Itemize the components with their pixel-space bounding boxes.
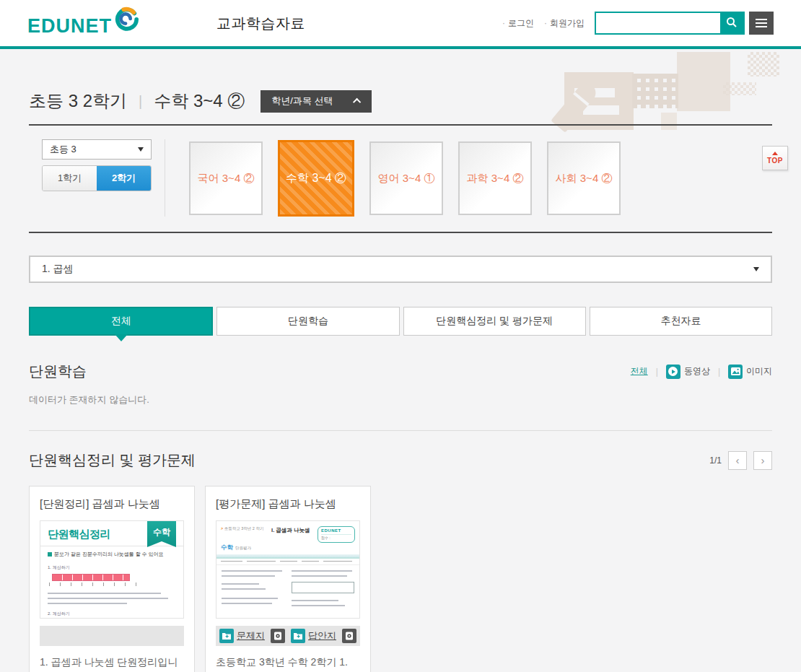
resource-card-summary: [단원정리] 곱셈과 나눗셈 단원핵심정리 수학 분모가 같은 진분수끼리의 나… <box>29 486 195 672</box>
filter-image-link[interactable]: 이미지 <box>728 365 772 379</box>
thumb-subject-row: 수학 단원평가 <box>216 543 359 552</box>
filter-separator: | <box>656 367 658 377</box>
preview-icon[interactable] <box>271 629 285 643</box>
resource-card-list: [단원정리] 곱셈과 나눗셈 단원핵심정리 수학 분모가 같은 진분수끼리의 나… <box>29 486 772 672</box>
page-title: 교과학습자료 <box>216 14 305 33</box>
edunet-swirl-icon <box>114 6 139 34</box>
unit-dropdown-value: 1. 곱셈 <box>42 263 74 276</box>
next-page-button[interactable]: › <box>753 451 772 470</box>
page-indicator: 1/1 <box>709 455 722 466</box>
page: EDUNET 교과학습자료 · 로그인 · 회원가입 <box>0 0 801 672</box>
site-header: EDUNET 교과학습자료 · 로그인 · 회원가입 <box>0 0 801 49</box>
worksheet-label: 문제지 <box>237 629 265 642</box>
bullet-square-icon <box>48 552 52 557</box>
semester-toggle: 1학기 2학기 <box>42 165 152 191</box>
resource-card-assessment: [평가문제] 곱셈과 나눗셈 > 초등학교 3학년 2 학기 I. 곱셈과 나눗… <box>205 486 371 672</box>
vertical-divider <box>165 139 165 217</box>
main-content: 초등 3 2학기 | 수학 3~4 ② 학년/과목 선택 초등 3 1학기 2학… <box>0 49 801 672</box>
thumb-exam-title: I. 곱셈과 나눗셈 <box>271 527 310 534</box>
subject-card-english[interactable]: 영어 3~4 ① <box>369 141 443 215</box>
search-button[interactable] <box>720 13 743 33</box>
folder-add-icon <box>291 629 305 643</box>
caret-down-icon <box>753 267 759 271</box>
folder-add-icon <box>219 629 234 643</box>
thumb-question-columns <box>216 565 359 606</box>
worksheet-link[interactable]: 문제지 <box>219 629 265 643</box>
thumb-goal-line: 분모가 같은 진분수끼리의 나눗셈을 할 수 있어요 <box>48 551 176 558</box>
edunet-logo-text: EDUNET <box>27 14 112 38</box>
bullet: · <box>544 18 547 28</box>
subject-card-list: 국어 3~4 ② 수학 3~4 ② 영어 3~4 ① 과학 3~4 ② 사회 3… <box>189 139 621 217</box>
thumb-edunet-logo: EDUNET <box>321 528 351 533</box>
tab-unit-learning[interactable]: 단원학습 <box>216 307 399 336</box>
tab-all[interactable]: 전체 <box>29 307 213 336</box>
active-tab-pointer <box>115 334 128 341</box>
prev-page-button[interactable]: ‹ <box>728 451 747 470</box>
assessment-title: 단원핵심정리 및 평가문제 <box>29 450 196 470</box>
divider-line <box>29 430 772 431</box>
hamburger-menu-button[interactable] <box>749 12 774 35</box>
subject-card-korean[interactable]: 국어 3~4 ② <box>189 141 263 215</box>
divider-line <box>29 232 772 233</box>
hamburger-icon <box>756 19 767 20</box>
answer-sheet-link[interactable]: 답안지 <box>291 629 336 643</box>
thumb-item: 2. 계산하기 <box>48 611 176 617</box>
grade-dropdown[interactable]: 초등 3 <box>42 139 152 160</box>
bullet: · <box>502 18 505 28</box>
grade-dropdown-value: 초등 3 <box>50 143 76 156</box>
tab-unit-learning-label: 단원학습 <box>288 315 328 328</box>
search-icon <box>726 17 737 30</box>
answer-sheet-label: 답안지 <box>308 629 336 642</box>
pagination: 1/1 ‹ › <box>709 451 772 470</box>
preview-icon[interactable] <box>342 629 356 643</box>
grade-subject-select-button[interactable]: 학년/과목 선택 <box>261 90 371 113</box>
card-action-bar: 문제지 <box>216 626 360 646</box>
tab-summary-assessment-label: 단원핵심정리 및 평가문제 <box>436 315 553 328</box>
thumb-score-label: 점수 : <box>321 534 351 540</box>
resource-caption: 초등학교 3학년 수학 2학기 1. 곱셈과 나눗셈에 대한 평가문제지 및 해… <box>216 655 360 672</box>
subject-card-science[interactable]: 과학 3~4 ② <box>458 141 532 215</box>
semester-2-button[interactable]: 2학기 <box>97 166 151 191</box>
search-box <box>595 12 745 35</box>
filter-video-label: 동영상 <box>684 365 710 378</box>
thumb-answer-box <box>292 582 354 593</box>
login-link[interactable]: · 로그인 <box>502 17 534 30</box>
grade-semester-label: 초등 3 2학기 <box>29 90 127 113</box>
edunet-logo[interactable]: EDUNET <box>27 8 139 38</box>
filter-image-label: 이미지 <box>746 365 772 378</box>
thumb-info-line <box>216 559 359 565</box>
thumb-school-line: > 초등학교 3학년 2 학기 <box>221 526 263 531</box>
up-arrow-icon <box>772 152 778 155</box>
tab-summary-assessment[interactable]: 단원핵심정리 및 평가문제 <box>403 307 586 336</box>
resource-title[interactable]: [단원정리] 곱셈과 나눗셈 <box>40 497 184 511</box>
resource-title[interactable]: [평가문제] 곱셈과 나눗셈 <box>216 497 360 511</box>
filter-all-link[interactable]: 전체 <box>631 365 648 378</box>
signup-link[interactable]: · 회원가입 <box>544 17 585 30</box>
breadcrumb: 초등 3 2학기 | 수학 3~4 ② 학년/과목 선택 <box>29 49 772 113</box>
breadcrumb-divider: | <box>139 93 142 110</box>
thumb-text-lines <box>48 593 176 604</box>
resource-thumbnail[interactable]: > 초등학교 3학년 2 학기 I. 곱셈과 나눗셈 EDUNET 점수 : 수… <box>216 520 360 619</box>
image-icon <box>728 365 743 379</box>
subject-label: 수학 3~4 ② <box>154 90 245 113</box>
filter-video-link[interactable]: 동영상 <box>666 365 710 379</box>
empty-message: 데이터가 존재하지 않습니다. <box>29 393 772 406</box>
login-label: 로그인 <box>508 17 534 30</box>
video-icon <box>666 365 680 379</box>
resource-thumbnail[interactable]: 단원핵심정리 수학 분모가 같은 진분수끼리의 나눗셈을 할 수 있어요 1. … <box>40 520 184 619</box>
caret-down-icon <box>138 147 144 152</box>
thumb-heading: 단원핵심정리 <box>48 528 110 540</box>
scroll-to-top-button[interactable]: TOP <box>762 146 788 170</box>
category-tabs: 전체 단원학습 단원핵심정리 및 평가문제 추천자료 <box>29 307 772 336</box>
chevron-up-icon <box>352 98 360 106</box>
unit-dropdown[interactable]: 1. 곱셈 <box>29 256 772 283</box>
search-input[interactable] <box>596 13 720 33</box>
media-filters: 전체 | 동영상 | <box>631 365 772 379</box>
subject-card-math[interactable]: 수학 3~4 ② <box>278 140 354 217</box>
semester-1-button[interactable]: 1학기 <box>43 166 97 191</box>
subject-card-social[interactable]: 사회 3~4 ② <box>547 141 621 215</box>
tab-recommended-label: 추천자료 <box>660 315 701 328</box>
filter-separator: | <box>718 367 720 377</box>
grade-semester-controls: 초등 3 1학기 2학기 <box>29 139 165 191</box>
tab-recommended[interactable]: 추천자료 <box>590 307 772 336</box>
